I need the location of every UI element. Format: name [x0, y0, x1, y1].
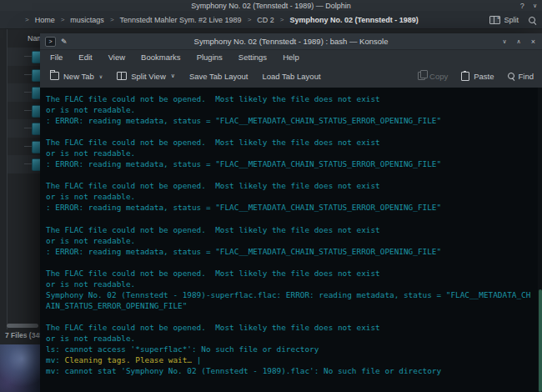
- find-label: Find: [519, 72, 534, 81]
- file-row[interactable]: [8, 138, 41, 156]
- terminal-text: The FLAC file could not be opened. Most …: [46, 181, 380, 190]
- load-tab-layout-button[interactable]: Load Tab Layout: [262, 72, 320, 81]
- pin-icon[interactable]: ✎: [61, 38, 68, 46]
- menu-view[interactable]: View: [108, 53, 125, 62]
- konsole-window: > ✎ Symphony No. 02 (Tennstedt - 1989) :…: [40, 33, 542, 392]
- terminal-line: AIN_STATUS_ERROR_OPENING_FILE": [46, 300, 542, 311]
- terminal-line: The FLAC file could not be opened. Most …: [46, 93, 542, 104]
- terminal-line: or is not readable.: [46, 104, 542, 115]
- terminal-scrollbar[interactable]: [538, 88, 542, 392]
- copy-button[interactable]: Copy: [418, 72, 448, 81]
- split-view-button[interactable]: Split View ∨: [117, 72, 175, 81]
- dolphin-location-toolbar: >Home>musictags>Tennstedt Mahler Sym. #2…: [0, 11, 542, 29]
- split-pane-icon: [489, 16, 500, 24]
- breadcrumb-separator-icon: >: [61, 16, 65, 23]
- terminal-text: The FLAC file could not be opened. Most …: [46, 138, 380, 147]
- file-row[interactable]: [8, 119, 41, 138]
- terminal-text: The FLAC file could not be opened. Most …: [46, 94, 380, 103]
- konsole-titlebar[interactable]: > ✎ Symphony No. 02 (Tennstedt - 1989) :…: [40, 33, 542, 50]
- menu-settings[interactable]: Settings: [238, 53, 267, 62]
- breadcrumb-item[interactable]: Tennstedt Mahler Sym. #2 Live 1989: [120, 16, 242, 24]
- terminal-scrollbar-thumb[interactable]: [539, 289, 542, 392]
- paste-button[interactable]: Paste: [461, 72, 494, 81]
- terminal-text: The FLAC file could not be opened. Most …: [46, 323, 380, 332]
- terminal-text: : ERROR: reading metadata, status = "FLA…: [46, 116, 441, 125]
- desktop-wallpaper: [0, 344, 40, 392]
- breadcrumb-item[interactable]: CD 2: [257, 16, 274, 24]
- file-row[interactable]: [8, 48, 41, 66]
- new-tab-label: New Tab: [63, 72, 94, 81]
- terminal-line: [46, 214, 542, 224]
- close-icon[interactable]: ×: [531, 38, 535, 46]
- breadcrumb: >Home>musictags>Tennstedt Mahler Sym. #2…: [25, 16, 419, 24]
- terminal-line: [46, 169, 542, 180]
- terminal-text: or is not readable.: [46, 192, 135, 201]
- konsole-menubar: FileEditViewBookmarksPluginsSettingsHelp: [40, 50, 542, 64]
- find-button[interactable]: Find: [508, 72, 534, 81]
- terminal-text: Symphony No. 02 (Tennstedt - 1989)-super…: [46, 290, 530, 299]
- terminal-line: The FLAC file could not be opened. Most …: [46, 224, 542, 235]
- horizontal-scrollbar[interactable]: [7, 324, 38, 328]
- terminal-line: mv: cannot stat 'Symphony No. 02 (Tennst…: [46, 365, 542, 376]
- menu-help[interactable]: Help: [283, 53, 299, 62]
- dolphin-titlebar[interactable]: Symphony No. 02 (Tennstedt - 1989) — Dol…: [0, 0, 542, 11]
- terminal-line: The FLAC file could not be opened. Most …: [46, 137, 542, 148]
- terminal-line: : ERROR: reading metadata, status = "FLA…: [46, 202, 542, 213]
- breadcrumb-separator-icon: >: [110, 16, 114, 23]
- maximize-icon[interactable]: ∧: [517, 38, 521, 45]
- terminal-text: or is not readable.: [46, 334, 135, 343]
- search-icon[interactable]: [529, 17, 535, 23]
- terminal-text: The FLAC file could not be opened. Most …: [46, 225, 380, 234]
- copy-label: Copy: [429, 72, 448, 81]
- new-tab-button[interactable]: New Tab ∨: [50, 72, 103, 81]
- menu-file[interactable]: File: [50, 53, 63, 62]
- chevron-down-icon[interactable]: ∨: [533, 3, 537, 9]
- terminal-text: or is not readable.: [46, 236, 135, 245]
- terminal-line: mv: Cleaning tags. Please wait… |: [46, 354, 542, 365]
- save-tab-layout-button[interactable]: Save Tab Layout: [189, 72, 248, 81]
- menu-plugins[interactable]: Plugins: [197, 53, 223, 62]
- terminal-output[interactable]: The FLAC file could not be opened. Most …: [40, 88, 542, 392]
- terminal-text: ls: cannot access '*superflac*': No such…: [46, 344, 319, 354]
- menu-edit[interactable]: Edit: [78, 53, 92, 62]
- terminal-line: Symphony No. 02 (Tennstedt - 1989)-super…: [46, 289, 542, 300]
- chevron-down-icon: ∨: [171, 73, 175, 79]
- file-row[interactable]: [8, 155, 41, 173]
- file-row[interactable]: [8, 66, 41, 84]
- split-view-label: Split View: [131, 72, 166, 81]
- new-tab-icon: [50, 72, 59, 80]
- breadcrumb-item[interactable]: Symphony No. 02 (Tennstedt - 1989): [290, 16, 419, 24]
- terminal-line: : ERROR: reading metadata, status = "FLA…: [46, 246, 542, 257]
- menu-bookmarks[interactable]: Bookmarks: [141, 53, 181, 62]
- minimize-icon[interactable]: ∨: [502, 38, 506, 45]
- terminal-text: or is not readable.: [46, 148, 135, 158]
- terminal-text: The FLAC file could not be opened. Most …: [46, 269, 380, 278]
- split-view-icon: [117, 72, 127, 80]
- terminal-line: [46, 311, 542, 322]
- terminal-line: or is not readable.: [46, 333, 542, 344]
- terminal-line: The FLAC file could not be opened. Most …: [46, 180, 542, 191]
- terminal-line: The FLAC file could not be opened. Most …: [46, 268, 542, 279]
- copy-icon: [418, 72, 425, 80]
- terminal-line: or is not readable.: [46, 279, 542, 289]
- breadcrumb-separator-icon: >: [25, 16, 29, 23]
- breadcrumb-item[interactable]: musictags: [70, 16, 104, 24]
- terminal-text: : ERROR: reading metadata, status = "FLA…: [46, 203, 441, 212]
- terminal-line: : ERROR: reading metadata, status = "FLA…: [46, 158, 542, 169]
- dolphin-window-title: Symphony No. 02 (Tennstedt - 1989) — Dol…: [191, 2, 351, 10]
- file-row[interactable]: [8, 102, 41, 120]
- breadcrumb-item[interactable]: Home: [35, 16, 55, 24]
- terminal-line: ls: cannot access '*superflac*': No such…: [46, 344, 542, 354]
- konsole-window-title: Symphony No. 02 (Tennstedt - 1989) : bas…: [194, 37, 389, 46]
- konsole-toolbar: New Tab ∨ Split View ∨ Save Tab Layout L…: [40, 64, 542, 88]
- chevron-down-icon: ∨: [99, 73, 103, 79]
- split-button[interactable]: Split: [489, 16, 519, 24]
- status-bar: 7 Files (345: [5, 331, 43, 339]
- konsole-app-icon: >: [45, 37, 56, 47]
- terminal-text: Cleaning tags. Please wait…: [65, 355, 197, 364]
- help-icon[interactable]: ?: [520, 2, 524, 10]
- terminal-text: AIN_STATUS_ERROR_OPENING_FILE": [46, 301, 187, 310]
- terminal-text: : ERROR: reading metadata, status = "FLA…: [46, 159, 441, 168]
- terminal-line: The FLAC file could not be opened. Most …: [46, 322, 542, 333]
- file-row[interactable]: [8, 83, 41, 102]
